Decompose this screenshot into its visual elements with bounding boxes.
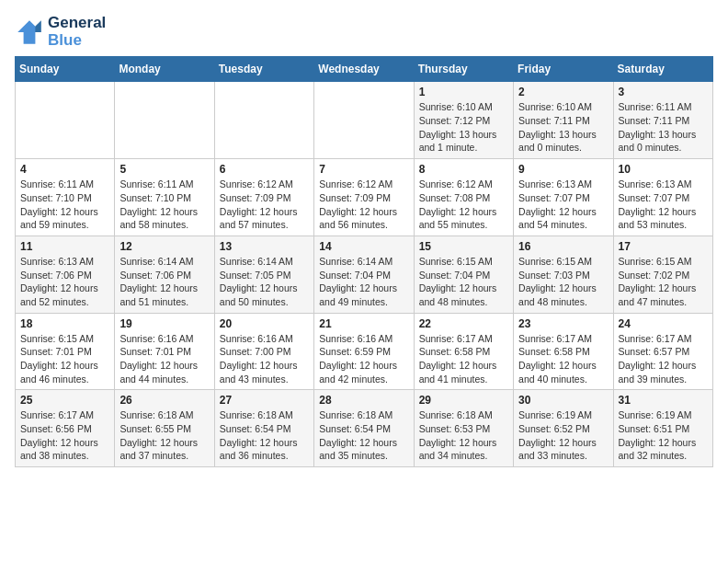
day-number: 27	[220, 394, 309, 407]
column-header-tuesday: Tuesday	[214, 57, 313, 82]
day-number: 1	[419, 86, 508, 98]
day-info: Sunrise: 6:15 AM Sunset: 7:03 PM Dayligh…	[518, 255, 608, 309]
day-number: 16	[518, 240, 608, 253]
day-number: 26	[119, 394, 209, 407]
day-number: 15	[419, 240, 508, 253]
column-header-monday: Monday	[115, 57, 214, 82]
day-number: 20	[220, 317, 309, 330]
day-number: 13	[220, 240, 309, 253]
calendar-cell: 28Sunrise: 6:18 AM Sunset: 6:54 PM Dayli…	[314, 390, 414, 467]
day-info: Sunrise: 6:19 AM Sunset: 6:52 PM Dayligh…	[518, 408, 608, 463]
day-number: 4	[20, 163, 109, 176]
logo: General Blue	[15, 15, 106, 49]
day-number: 9	[518, 163, 608, 176]
day-number: 31	[619, 394, 708, 407]
day-info: Sunrise: 6:17 AM Sunset: 6:58 PM Dayligh…	[419, 332, 508, 386]
calendar-cell: 15Sunrise: 6:15 AM Sunset: 7:04 PM Dayli…	[414, 236, 513, 313]
calendar-cell: 30Sunrise: 6:19 AM Sunset: 6:52 PM Dayli…	[514, 390, 613, 467]
page-header: General Blue	[15, 15, 713, 49]
day-info: Sunrise: 6:19 AM Sunset: 6:51 PM Dayligh…	[619, 408, 708, 463]
calendar-cell: 2Sunrise: 6:10 AM Sunset: 7:11 PM Daylig…	[514, 82, 613, 159]
day-number: 24	[619, 317, 708, 330]
calendar-cell: 6Sunrise: 6:12 AM Sunset: 7:09 PM Daylig…	[214, 159, 313, 236]
day-info: Sunrise: 6:12 AM Sunset: 7:08 PM Dayligh…	[419, 178, 508, 232]
calendar-cell: 13Sunrise: 6:14 AM Sunset: 7:05 PM Dayli…	[214, 236, 313, 313]
calendar-cell: 18Sunrise: 6:15 AM Sunset: 7:01 PM Dayli…	[16, 313, 115, 390]
calendar-cell: 31Sunrise: 6:19 AM Sunset: 6:51 PM Dayli…	[613, 390, 712, 467]
calendar-cell: 4Sunrise: 6:11 AM Sunset: 7:10 PM Daylig…	[16, 159, 115, 236]
day-info: Sunrise: 6:17 AM Sunset: 6:57 PM Dayligh…	[619, 332, 708, 386]
day-number: 23	[518, 317, 608, 330]
day-info: Sunrise: 6:15 AM Sunset: 7:01 PM Dayligh…	[20, 332, 109, 386]
day-info: Sunrise: 6:12 AM Sunset: 7:09 PM Dayligh…	[220, 178, 309, 232]
day-info: Sunrise: 6:13 AM Sunset: 7:07 PM Dayligh…	[619, 178, 708, 232]
day-info: Sunrise: 6:14 AM Sunset: 7:05 PM Dayligh…	[220, 255, 309, 309]
day-info: Sunrise: 6:18 AM Sunset: 6:54 PM Dayligh…	[220, 408, 309, 463]
calendar-cell: 16Sunrise: 6:15 AM Sunset: 7:03 PM Dayli…	[514, 236, 613, 313]
calendar-cell: 19Sunrise: 6:16 AM Sunset: 7:01 PM Dayli…	[115, 313, 214, 390]
day-info: Sunrise: 6:16 AM Sunset: 7:00 PM Dayligh…	[220, 332, 309, 386]
calendar-cell: 9Sunrise: 6:13 AM Sunset: 7:07 PM Daylig…	[514, 159, 613, 236]
svg-marker-1	[35, 20, 40, 32]
calendar-cell: 12Sunrise: 6:14 AM Sunset: 7:06 PM Dayli…	[115, 236, 214, 313]
calendar-week-row: 25Sunrise: 6:17 AM Sunset: 6:56 PM Dayli…	[16, 390, 713, 467]
day-info: Sunrise: 6:14 AM Sunset: 7:06 PM Dayligh…	[119, 255, 209, 309]
day-number: 14	[319, 240, 408, 253]
day-info: Sunrise: 6:12 AM Sunset: 7:09 PM Dayligh…	[319, 178, 408, 232]
day-number: 6	[220, 163, 309, 176]
day-number: 5	[119, 163, 209, 176]
day-number: 19	[119, 317, 209, 330]
day-number: 28	[319, 394, 408, 407]
calendar-cell: 23Sunrise: 6:17 AM Sunset: 6:58 PM Dayli…	[514, 313, 613, 390]
day-number: 21	[319, 317, 408, 330]
calendar-cell: 1Sunrise: 6:10 AM Sunset: 7:12 PM Daylig…	[414, 82, 513, 159]
column-header-sunday: Sunday	[16, 57, 115, 82]
day-number: 12	[119, 240, 209, 253]
day-info: Sunrise: 6:14 AM Sunset: 7:04 PM Dayligh…	[319, 255, 408, 309]
calendar-cell: 25Sunrise: 6:17 AM Sunset: 6:56 PM Dayli…	[16, 390, 115, 467]
day-info: Sunrise: 6:10 AM Sunset: 7:12 PM Dayligh…	[419, 100, 508, 155]
calendar-week-row: 4Sunrise: 6:11 AM Sunset: 7:10 PM Daylig…	[16, 159, 713, 236]
calendar-cell	[214, 82, 313, 159]
calendar-cell	[115, 82, 214, 159]
day-number: 2	[518, 86, 608, 98]
day-info: Sunrise: 6:13 AM Sunset: 7:06 PM Dayligh…	[20, 255, 109, 309]
day-info: Sunrise: 6:11 AM Sunset: 7:11 PM Dayligh…	[619, 100, 708, 155]
calendar-cell: 24Sunrise: 6:17 AM Sunset: 6:57 PM Dayli…	[613, 313, 712, 390]
column-header-saturday: Saturday	[613, 57, 712, 82]
day-info: Sunrise: 6:17 AM Sunset: 6:58 PM Dayligh…	[518, 332, 608, 386]
column-header-friday: Friday	[514, 57, 613, 82]
day-info: Sunrise: 6:16 AM Sunset: 7:01 PM Dayligh…	[119, 332, 209, 386]
day-info: Sunrise: 6:13 AM Sunset: 7:07 PM Dayligh…	[518, 178, 608, 232]
calendar-cell: 21Sunrise: 6:16 AM Sunset: 6:59 PM Dayli…	[314, 313, 414, 390]
calendar-week-row: 11Sunrise: 6:13 AM Sunset: 7:06 PM Dayli…	[16, 236, 713, 313]
calendar-cell	[314, 82, 414, 159]
day-number: 10	[619, 163, 708, 176]
calendar-week-row: 1Sunrise: 6:10 AM Sunset: 7:12 PM Daylig…	[16, 82, 713, 159]
day-info: Sunrise: 6:18 AM Sunset: 6:55 PM Dayligh…	[119, 408, 209, 463]
day-info: Sunrise: 6:18 AM Sunset: 6:54 PM Dayligh…	[319, 408, 408, 463]
column-header-wednesday: Wednesday	[314, 57, 414, 82]
day-number: 7	[319, 163, 408, 176]
logo-text: General Blue	[48, 15, 106, 49]
day-number: 8	[419, 163, 508, 176]
calendar-cell: 20Sunrise: 6:16 AM Sunset: 7:00 PM Dayli…	[214, 313, 313, 390]
day-number: 22	[419, 317, 508, 330]
day-info: Sunrise: 6:10 AM Sunset: 7:11 PM Dayligh…	[518, 100, 608, 155]
calendar-cell: 26Sunrise: 6:18 AM Sunset: 6:55 PM Dayli…	[115, 390, 214, 467]
day-info: Sunrise: 6:18 AM Sunset: 6:53 PM Dayligh…	[419, 408, 508, 463]
calendar-cell: 3Sunrise: 6:11 AM Sunset: 7:11 PM Daylig…	[613, 82, 712, 159]
day-info: Sunrise: 6:11 AM Sunset: 7:10 PM Dayligh…	[20, 178, 109, 232]
calendar-cell: 17Sunrise: 6:15 AM Sunset: 7:02 PM Dayli…	[613, 236, 712, 313]
calendar-cell: 22Sunrise: 6:17 AM Sunset: 6:58 PM Dayli…	[414, 313, 513, 390]
calendar-cell: 29Sunrise: 6:18 AM Sunset: 6:53 PM Dayli…	[414, 390, 513, 467]
day-number: 30	[518, 394, 608, 407]
calendar-week-row: 18Sunrise: 6:15 AM Sunset: 7:01 PM Dayli…	[16, 313, 713, 390]
calendar-table: SundayMondayTuesdayWednesdayThursdayFrid…	[15, 56, 713, 467]
day-number: 29	[419, 394, 508, 407]
calendar-cell: 11Sunrise: 6:13 AM Sunset: 7:06 PM Dayli…	[16, 236, 115, 313]
logo-icon	[15, 17, 44, 47]
calendar-cell	[16, 82, 115, 159]
day-info: Sunrise: 6:15 AM Sunset: 7:04 PM Dayligh…	[419, 255, 508, 309]
day-number: 25	[20, 394, 109, 407]
